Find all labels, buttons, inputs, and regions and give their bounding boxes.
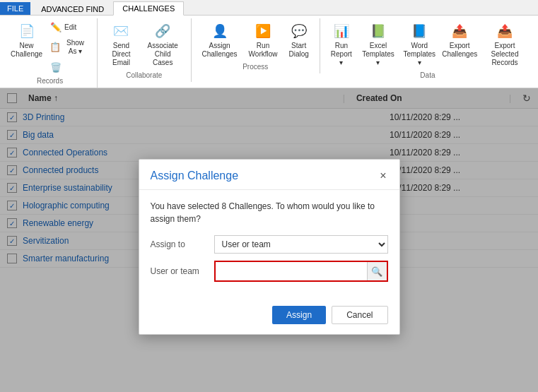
top-tabs: FILE ADVANCED FIND CHALLENGES bbox=[0, 0, 538, 16]
ribbon-btn-new[interactable]: 📄 NewChallenge bbox=[8, 18, 45, 61]
assign-to-select[interactable]: User or team bbox=[214, 235, 388, 254]
export-icon: 📤 bbox=[450, 21, 469, 41]
modal-header: Assign Challenge × bbox=[139, 160, 399, 190]
new-challenge-icon: 📄 bbox=[17, 21, 37, 41]
associate-child-label: Associate ChildCases bbox=[146, 42, 180, 67]
modal-close-button[interactable]: × bbox=[378, 170, 387, 182]
ribbon-small-records: ✏️ Edit 📋 Show As ▾ 🗑️ bbox=[46, 18, 91, 76]
user-or-team-control: 🔍 bbox=[214, 261, 388, 282]
user-or-team-input-group: 🔍 bbox=[214, 261, 388, 282]
main-area: Name ↑ | Created On | ↻ 3D Printing 10/1… bbox=[0, 88, 538, 392]
tab-file[interactable]: FILE bbox=[0, 2, 30, 15]
ribbon-group-process: 👤 AssignChallenges ▶️ RunWorkflow 💬 Star… bbox=[192, 18, 320, 73]
export-selected-label: Export SelectedRecords bbox=[485, 42, 525, 67]
assign-to-row: Assign to User or team bbox=[151, 235, 388, 254]
tab-challenges[interactable]: CHALLENGES bbox=[113, 1, 184, 16]
excel-icon: 📗 bbox=[368, 21, 388, 41]
run-report-label: RunReport ▾ bbox=[331, 42, 352, 67]
user-or-team-search-button[interactable]: 🔍 bbox=[367, 262, 387, 280]
start-dialog-label: StartDialog bbox=[289, 42, 309, 59]
new-challenge-label: NewChallenge bbox=[11, 42, 42, 59]
ribbon-group-data: 📊 RunReport ▾ 📗 ExcelTemplates ▾ 📘 WordT… bbox=[320, 18, 535, 82]
edit-icon: ✏️ bbox=[49, 20, 62, 33]
ribbon-btn-assign-challenges[interactable]: 👤 AssignChallenges bbox=[197, 18, 242, 61]
start-dialog-icon: 💬 bbox=[289, 21, 309, 41]
user-or-team-input[interactable] bbox=[216, 262, 367, 280]
records-group-label: Records bbox=[8, 77, 91, 85]
run-workflow-icon: ▶️ bbox=[253, 21, 273, 41]
user-or-team-label: User or team bbox=[151, 266, 214, 276]
data-group-label: Data bbox=[326, 71, 530, 79]
word-icon: 📘 bbox=[409, 21, 429, 41]
associate-child-icon: 🔗 bbox=[153, 21, 172, 41]
ribbon-btn-show-as[interactable]: 📋 Show As ▾ bbox=[46, 36, 91, 58]
export-selected-icon: 📤 bbox=[495, 21, 515, 41]
ribbon-btn-excel[interactable]: 📗 ExcelTemplates ▾ bbox=[358, 18, 398, 70]
ribbon-btn-run-report[interactable]: 📊 RunReport ▾ bbox=[326, 18, 357, 70]
ribbon-btn-send-direct[interactable]: ✉️ Send DirectEmail bbox=[103, 18, 139, 70]
ribbon-group-records: 📄 NewChallenge ✏️ Edit 📋 Show As ▾ 🗑️ bbox=[3, 18, 98, 88]
export-label: ExportChallenges bbox=[442, 42, 477, 59]
delete-icon: 🗑️ bbox=[49, 61, 62, 73]
cancel-button[interactable]: Cancel bbox=[332, 306, 387, 324]
assign-to-label: Assign to bbox=[151, 239, 214, 249]
excel-label: ExcelTemplates ▾ bbox=[362, 42, 394, 67]
tab-advanced-find[interactable]: ADVANCED FIND bbox=[32, 2, 113, 16]
ribbon-btn-start-dialog[interactable]: 💬 StartDialog bbox=[284, 18, 314, 61]
show-as-icon: 📋 bbox=[49, 41, 61, 54]
collaborate-group-label: Collaborate bbox=[103, 71, 185, 79]
assign-to-control: User or team bbox=[214, 235, 388, 254]
send-direct-icon: ✉️ bbox=[111, 21, 131, 41]
assign-challenges-label: AssignChallenges bbox=[202, 42, 238, 59]
ribbon-btn-delete[interactable]: 🗑️ bbox=[46, 59, 91, 76]
user-or-team-row: User or team 🔍 bbox=[151, 261, 388, 282]
assign-challenge-modal: Assign Challenge × You have selected 8 C… bbox=[139, 159, 400, 335]
assign-challenges-icon: 👤 bbox=[210, 21, 230, 41]
show-as-label: Show As ▾ bbox=[63, 39, 88, 56]
modal-body: You have selected 8 Challenges. To whom … bbox=[139, 190, 399, 299]
ribbon: 📄 NewChallenge ✏️ Edit 📋 Show As ▾ 🗑️ bbox=[0, 16, 538, 88]
modal-title: Assign Challenge bbox=[151, 170, 239, 182]
assign-button[interactable]: Assign bbox=[272, 306, 326, 324]
modal-overlay: Assign Challenge × You have selected 8 C… bbox=[0, 88, 538, 392]
ribbon-btn-run-workflow[interactable]: ▶️ RunWorkflow bbox=[244, 18, 283, 61]
edit-label: Edit bbox=[64, 23, 76, 32]
ribbon-btn-associate-child[interactable]: 🔗 Associate ChildCases bbox=[141, 18, 185, 70]
send-direct-label: Send DirectEmail bbox=[108, 42, 134, 67]
word-label: WordTemplates ▾ bbox=[403, 42, 435, 67]
process-group-label: Process bbox=[197, 63, 314, 71]
ribbon-group-collaborate: ✉️ Send DirectEmail 🔗 Associate ChildCas… bbox=[98, 18, 191, 82]
modal-description: You have selected 8 Challenges. To whom … bbox=[151, 200, 388, 225]
ribbon-btn-word[interactable]: 📘 WordTemplates ▾ bbox=[399, 18, 439, 70]
modal-footer: Assign Cancel bbox=[139, 299, 399, 334]
ribbon-btn-edit[interactable]: ✏️ Edit bbox=[46, 18, 91, 35]
run-workflow-label: RunWorkflow bbox=[249, 42, 278, 59]
run-report-icon: 📊 bbox=[332, 21, 351, 41]
ribbon-btn-export[interactable]: 📤 ExportChallenges bbox=[440, 18, 479, 61]
ribbon-btn-export-selected[interactable]: 📤 Export SelectedRecords bbox=[480, 18, 530, 70]
